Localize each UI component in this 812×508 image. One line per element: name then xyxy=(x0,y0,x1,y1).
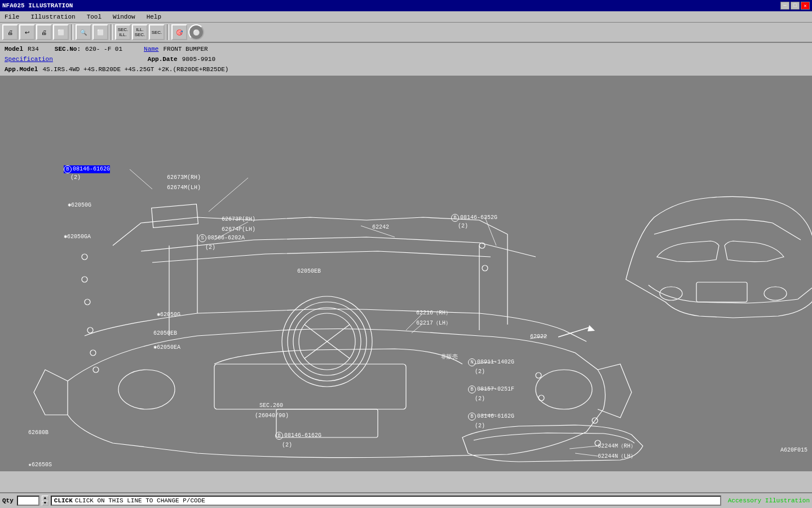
toolbar-sep2 xyxy=(111,24,113,40)
toolbar-print2-btn[interactable]: 🖨 xyxy=(36,24,52,40)
part-label-62216-RH[interactable]: 62216（RH） xyxy=(416,309,451,317)
part-label-62050GA[interactable]: ✱62050GA xyxy=(64,233,91,240)
title-bar: NFA025 ILLUSTRATION — □ ✕ xyxy=(0,0,812,11)
toolbar-target-btn[interactable]: 🎯 xyxy=(171,24,187,40)
window-controls[interactable]: — □ ✕ xyxy=(780,2,810,10)
part-label-62050G-1[interactable]: ✱62050G xyxy=(68,202,91,208)
menu-illustration[interactable]: Illustration xyxy=(28,12,77,21)
part-label-08146-lower[interactable]: B08146-6162G xyxy=(468,413,514,421)
circle-B-5: B xyxy=(275,432,283,440)
part-label-sec260[interactable]: SEC.260 xyxy=(259,402,283,409)
part-label-08146-6352G[interactable]: B08146-6352G xyxy=(451,214,497,222)
appdate-label: App.Date xyxy=(148,56,178,63)
part-label-62673M-RH[interactable]: 62673M(RH) xyxy=(167,174,201,181)
menu-tool[interactable]: Tool xyxy=(85,12,104,21)
part-label-62673P-RH[interactable]: 62673P(RH) xyxy=(222,216,255,222)
click-label: CLICK xyxy=(54,497,73,504)
appmodel-label: App.Model xyxy=(5,66,38,73)
status-bar: Qty ▲ ▼ CLICK CLICK ON THIS LINE TO CHAN… xyxy=(0,492,812,508)
circle-S-1: S xyxy=(198,234,206,242)
part-label-08146-center[interactable]: B08146-6162G xyxy=(275,432,321,440)
spec-label[interactable]: Specification xyxy=(5,56,53,63)
part-suffix-b3: (2) xyxy=(475,396,485,402)
name-label[interactable]: Name xyxy=(144,46,158,52)
menu-file[interactable]: File xyxy=(2,12,21,21)
part-label-62680B[interactable]: 62680B xyxy=(28,430,48,436)
part-label-08566-1[interactable]: S08566-6202A xyxy=(198,234,245,242)
qty-label: Qty xyxy=(2,497,14,504)
part-label-selected[interactable]: B08146-6162G xyxy=(64,165,110,173)
status-text-area[interactable]: CLICK CLICK ON THIS LINE TO CHANGE P/COD… xyxy=(51,496,721,506)
accessory-label: Accessory Illustration xyxy=(728,497,810,504)
circle-B-1: B xyxy=(64,165,72,173)
maximize-button[interactable]: □ xyxy=(791,2,800,10)
part-label-62050EB-1[interactable]: 62050EB xyxy=(297,268,321,274)
qty-spinner[interactable]: ▲ ▼ xyxy=(42,496,48,506)
circle-N-1: N xyxy=(468,358,476,366)
menu-help[interactable]: Help xyxy=(144,12,164,21)
qty-input[interactable] xyxy=(17,496,39,506)
name-value: FRONT BUMPER xyxy=(163,46,208,52)
part-label-62050EB-2[interactable]: 62050EB xyxy=(153,330,177,336)
part-suffix-b2: (2) xyxy=(458,223,468,229)
toolbar-circle-btn[interactable]: ⚪ xyxy=(188,24,204,40)
part-suffix-b5: (2) xyxy=(282,442,292,448)
part-label-62050EA-1[interactable]: ✱62050EA xyxy=(153,344,180,351)
toolbar-sec-btn[interactable]: SEC.ILL. xyxy=(115,24,131,40)
toolbar-square-btn[interactable]: ⬜ xyxy=(53,24,69,40)
toolbar-zoom-btn[interactable]: 🔍 xyxy=(76,24,91,40)
part-label-26040[interactable]: (26040/90) xyxy=(255,413,289,419)
part-suffix-b4: (2) xyxy=(475,423,485,429)
part-label-08911[interactable]: N08911-1402G xyxy=(468,358,514,366)
parts-diagram xyxy=(0,76,812,471)
toolbar-print-btn[interactable]: 🖨 xyxy=(2,24,18,40)
window-title: NFA025 ILLUSTRATION xyxy=(2,2,73,9)
toolbar-sep3 xyxy=(167,24,169,40)
menu-window[interactable]: Window xyxy=(111,12,138,21)
appdate-value: 9805-9910 xyxy=(182,56,215,63)
toolbar-ill-btn[interactable]: ILL.SEC. xyxy=(132,24,148,40)
part-label-62674M-LH[interactable]: 62674M(LH) xyxy=(167,185,201,191)
illustration-number: A620F015 xyxy=(780,447,807,453)
qty-down-btn[interactable]: ▼ xyxy=(42,501,48,506)
part-label-62650S[interactable]: ★62650S xyxy=(28,461,52,468)
part-label-62022[interactable]: 62022 xyxy=(530,334,547,340)
model-label: Model xyxy=(5,46,23,52)
info-section: Model R34 SEC.No: 620- -F 01 Name FRONT … xyxy=(0,43,812,76)
canvas-area[interactable]: B08146-6162G (2) 62673M(RH) 62674M(LH) 6… xyxy=(0,76,812,471)
toolbar: 🖨 ↩ 🖨 ⬜ 🔍 ⬜ SEC.ILL. ILL.SEC. SEC. 🎯 ⚪ xyxy=(0,23,812,43)
part-label-62242[interactable]: 62242 xyxy=(372,224,389,230)
minimize-button[interactable]: — xyxy=(780,2,789,10)
model-value: R34 xyxy=(28,46,39,52)
svg-rect-0 xyxy=(0,76,812,471)
sec-value: 620- -F 01 xyxy=(85,46,122,52)
toolbar-square2-btn[interactable]: ⬜ xyxy=(92,24,108,40)
toolbar-sep1 xyxy=(71,24,73,40)
status-message: CLICK ON THIS LINE TO CHANGE P/CODE xyxy=(75,497,205,504)
part-label-62244N-LH[interactable]: 62244N（LH） xyxy=(598,452,636,460)
part-label-62244M-RH[interactable]: 62244M（RH） xyxy=(598,442,636,450)
part-label-62217-LH[interactable]: 62217（LH） xyxy=(416,319,451,327)
part-suffix-1: (2) xyxy=(70,174,81,181)
part-suffix-n1: (2) xyxy=(475,369,485,375)
part-label-62674P-LH[interactable]: 62674P(LH) xyxy=(222,226,255,233)
toolbar-undo-btn[interactable]: ↩ xyxy=(19,24,35,40)
part-suffix-s1: (2) xyxy=(205,244,215,251)
circle-B-4: B xyxy=(468,413,476,421)
info-row-3: App.Model 4S.IRS.4WD +4S.RB20DE +4S.25GT… xyxy=(5,64,807,75)
appmodel-value: 4S.IRS.4WD +4S.RB20DE +4S.25GT +2K.(RB20… xyxy=(42,66,228,73)
circle-B-3: B xyxy=(468,386,476,393)
info-row-1: Model R34 SEC.No: 620- -F 01 Name FRONT … xyxy=(5,44,807,54)
close-button[interactable]: ✕ xyxy=(801,2,810,10)
qty-up-btn[interactable]: ▲ xyxy=(42,496,48,501)
circle-B-2: B xyxy=(451,214,459,222)
sec-label: SEC.No: xyxy=(55,46,81,52)
part-label-hihanbai[interactable]: 非販売 xyxy=(441,353,458,361)
part-label-62050G-2[interactable]: ✱62050G xyxy=(157,311,180,318)
menu-bar: File Illustration Tool Window Help xyxy=(0,11,812,23)
toolbar-sec2-btn[interactable]: SEC. xyxy=(149,24,165,40)
info-row-2: Specification App.Date 9805-9910 xyxy=(5,54,807,64)
part-label-08157[interactable]: B08157-0251F xyxy=(468,386,514,393)
